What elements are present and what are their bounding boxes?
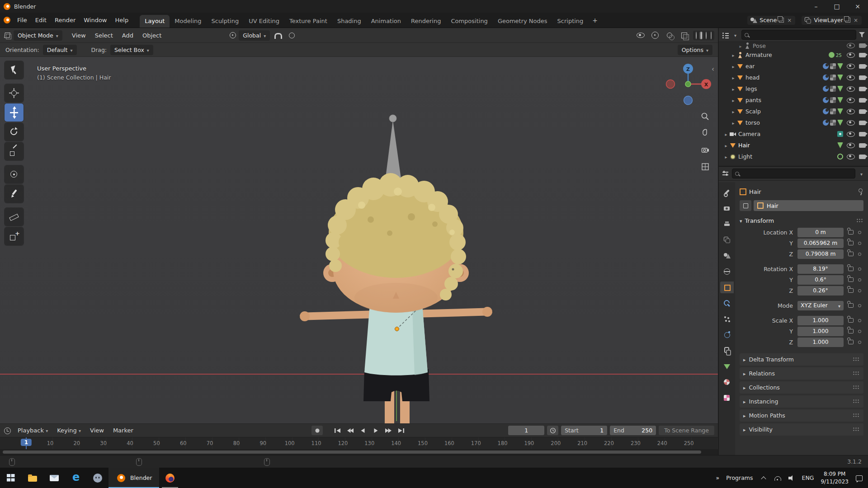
menu-item[interactable]: Render (51, 15, 80, 25)
disable-in-render-toggle[interactable] (859, 53, 866, 57)
expand-icon[interactable] (731, 52, 736, 58)
mode-dropdown[interactable]: Object Mode (14, 30, 62, 41)
hide-in-viewport-toggle[interactable] (847, 98, 855, 103)
object-name[interactable]: Armature (745, 52, 772, 58)
outliner-row[interactable]: pants (719, 94, 868, 106)
viewport-menu-item[interactable]: Select (91, 30, 117, 41)
action-center-icon[interactable] (855, 474, 863, 482)
axis-minus-z[interactable] (684, 96, 693, 105)
menu-item[interactable]: File (13, 15, 31, 25)
jump-to-end-button[interactable] (395, 426, 406, 435)
outliner-row[interactable]: Camera (719, 128, 868, 140)
taskbar-app-button[interactable] (0, 468, 22, 488)
value-field[interactable]: 0.26° (797, 286, 844, 296)
properties-tab[interactable] (720, 345, 734, 357)
outliner-row[interactable]: Hair (719, 140, 868, 151)
properties-tab[interactable] (720, 376, 734, 388)
breadcrumb-object[interactable]: Hair (749, 188, 761, 195)
workspace-tab[interactable]: Sculpting (206, 15, 244, 28)
menu-item[interactable]: Edit (31, 15, 51, 25)
hide-in-viewport-toggle[interactable] (847, 75, 855, 80)
properties-tab[interactable] (720, 282, 734, 293)
value-field[interactable]: 1.000 (797, 327, 844, 336)
object-name[interactable]: ear (745, 63, 755, 70)
value-field[interactable]: XYZ Euler (797, 301, 844, 310)
viewlayer-selector[interactable]: ViewLayer × (802, 16, 862, 25)
menu-item[interactable]: Window (80, 15, 111, 25)
workspace-tab[interactable]: UV Editing (244, 15, 284, 28)
outliner-editor-icon[interactable] (722, 31, 729, 38)
outliner-search[interactable] (741, 30, 856, 40)
shading-solid[interactable] (699, 32, 703, 39)
programs-label[interactable]: Programs (726, 474, 753, 481)
axis-minus-x[interactable] (666, 80, 675, 89)
tool-button[interactable] (5, 84, 24, 102)
outliner-row[interactable]: Light (719, 151, 868, 162)
object-name[interactable]: Scalp (745, 108, 761, 115)
timeline-menu-item[interactable]: Keying ▾ (53, 425, 85, 436)
maximize-button[interactable]: □ (826, 0, 847, 13)
drag-grip-icon[interactable] (853, 371, 860, 376)
animate-dot[interactable] (858, 289, 861, 292)
expand-icon[interactable] (731, 97, 736, 103)
workspace-tab[interactable]: Modeling (170, 15, 206, 28)
auto-key-button[interactable] (311, 426, 323, 435)
properties-tab[interactable] (720, 250, 734, 262)
shading-rendered[interactable] (709, 32, 713, 39)
properties-tab[interactable] (720, 361, 734, 372)
disable-in-render-toggle[interactable] (859, 121, 866, 125)
transform-pivot-icon[interactable] (230, 32, 236, 38)
properties-tab[interactable] (720, 313, 734, 325)
scrollbar-thumb[interactable] (3, 450, 701, 454)
lock-icon[interactable] (848, 329, 854, 333)
taskbar-app-button[interactable] (43, 468, 65, 488)
end-frame-field[interactable]: End 250 (610, 426, 656, 435)
expand-icon[interactable] (731, 119, 736, 126)
properties-tab[interactable] (720, 266, 734, 277)
properties-tab[interactable] (720, 202, 734, 214)
show-overlays-toggle[interactable] (664, 31, 675, 40)
disable-in-render-toggle[interactable] (859, 98, 866, 103)
drag-setting-dropdown[interactable]: Select Box (110, 45, 153, 55)
start-frame-field[interactable]: Start 1 (561, 426, 607, 435)
outliner-row[interactable]: Scalp (719, 106, 868, 117)
tool-button[interactable] (5, 165, 24, 183)
object-name[interactable]: legs (745, 85, 757, 92)
collapsed-panel[interactable]: Collections (740, 381, 863, 394)
animate-dot[interactable] (858, 341, 861, 344)
disable-in-render-toggle[interactable] (859, 87, 866, 91)
timeline-menu-item[interactable]: Marker (109, 425, 137, 436)
hide-in-viewport-toggle[interactable] (847, 120, 855, 126)
volume-icon[interactable] (788, 474, 795, 482)
timeline-ruler[interactable]: 1020304050607080901001101201301401501601… (0, 437, 718, 450)
overflow-chevron[interactable]: » (716, 474, 720, 481)
properties-tab[interactable] (720, 297, 734, 309)
workspace-tab[interactable]: Geometry Nodes (493, 15, 552, 28)
object-visibility-dropdown[interactable] (635, 31, 646, 40)
taskbar-app-button[interactable] (22, 468, 43, 488)
pan-button[interactable] (699, 127, 712, 140)
tool-button[interactable] (5, 185, 24, 203)
properties-tab[interactable] (720, 392, 734, 404)
animate-dot[interactable] (858, 242, 861, 245)
options-dropdown[interactable]: Options (678, 45, 712, 55)
expand-icon[interactable] (723, 131, 729, 137)
collapsed-panel[interactable]: Visibility (740, 423, 863, 436)
drag-grip-icon[interactable] (853, 399, 860, 404)
drag-grip-icon[interactable] (853, 413, 860, 418)
lock-icon[interactable] (848, 303, 854, 308)
remove-viewlayer-icon[interactable]: × (853, 17, 859, 23)
workspace-tab[interactable]: Compositing (446, 15, 493, 28)
object-name[interactable]: Camera (738, 131, 760, 137)
workspace-tab[interactable]: Shading (332, 15, 366, 28)
collapsed-panel[interactable]: Delta Transform (740, 353, 863, 366)
outliner-row[interactable]: torso (719, 117, 868, 128)
minimize-button[interactable]: – (806, 0, 826, 13)
ortho-switch-button[interactable] (699, 160, 712, 173)
disable-in-render-toggle[interactable] (859, 155, 866, 159)
jump-to-start-button[interactable] (332, 426, 343, 435)
wifi-icon[interactable] (774, 475, 781, 481)
timeline-menu-item[interactable]: View (86, 425, 108, 436)
disable-in-render-toggle[interactable] (859, 143, 866, 148)
properties-search-input[interactable] (741, 170, 852, 177)
